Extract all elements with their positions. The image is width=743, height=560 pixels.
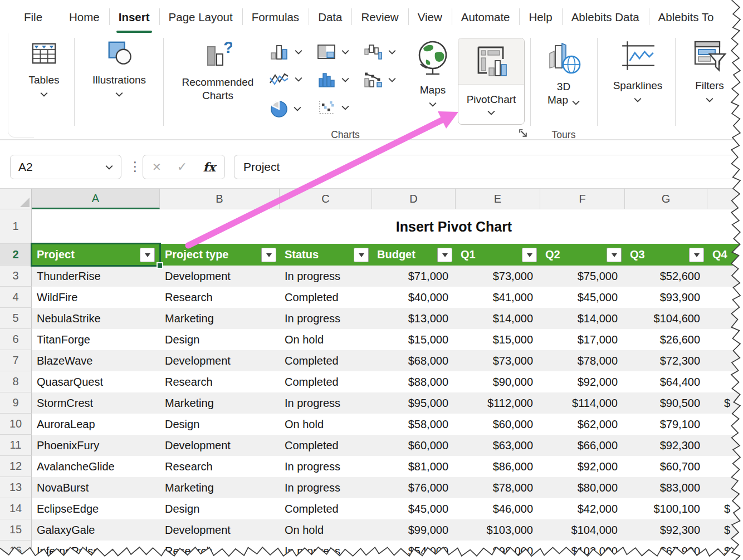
cell-B10[interactable]: Design: [160, 414, 280, 435]
table-header-cell-status[interactable]: Status: [280, 244, 372, 266]
column-header-h[interactable]: [707, 189, 743, 209]
insert-function-icon[interactable]: fx: [203, 160, 216, 174]
cell-A6[interactable]: TitanForge: [32, 329, 160, 350]
cell-C3[interactable]: In progress: [280, 266, 372, 287]
filter-dropdown-button[interactable]: [354, 248, 369, 262]
cell-B8[interactable]: Research: [160, 371, 280, 392]
formula-input[interactable]: Project: [234, 155, 743, 179]
ribbon-tab-page-layout[interactable]: Page Layout: [159, 0, 242, 35]
tables-button[interactable]: Tables: [13, 39, 75, 97]
cell-E12[interactable]: $86,000: [456, 456, 540, 477]
cell-E10[interactable]: $60,000: [456, 414, 540, 435]
cell-A7[interactable]: BlazeWave: [32, 350, 160, 371]
table-header-cell-q1[interactable]: Q1: [456, 244, 540, 266]
cell-F9[interactable]: $114,000: [540, 392, 625, 414]
table-header-cell-budget[interactable]: Budget: [372, 244, 456, 266]
cell-E4[interactable]: $41,000: [456, 287, 540, 308]
cell-C16[interactable]: In progress: [280, 541, 372, 560]
cell-E5[interactable]: $14,000: [456, 308, 540, 329]
cell-G13[interactable]: $83,000: [625, 477, 707, 498]
column-header-F[interactable]: F: [540, 189, 625, 209]
cell-G11[interactable]: $92,300: [625, 435, 707, 456]
row-header-4[interactable]: 4: [0, 287, 32, 308]
cell-C15[interactable]: On hold: [280, 519, 372, 541]
cell-H10[interactable]: [707, 414, 743, 435]
row-header-16[interactable]: 16: [0, 541, 32, 560]
cell-H5[interactable]: [707, 308, 743, 329]
formula-bar-grip-icon[interactable]: ⋮: [129, 159, 141, 174]
cell-F6[interactable]: $17,000: [540, 329, 625, 350]
cell-F5[interactable]: $14,000: [540, 308, 625, 329]
maps-button[interactable]: Maps: [409, 38, 456, 107]
row-header-14[interactable]: 14: [0, 498, 32, 519]
cell-D10[interactable]: $58,000: [372, 414, 456, 435]
cell-H11[interactable]: [707, 435, 743, 456]
ribbon-tab-home[interactable]: Home: [60, 0, 109, 35]
table-header-cell-project-type[interactable]: Project type: [160, 244, 280, 266]
cell-D8[interactable]: $88,000: [372, 371, 456, 392]
column-header-D[interactable]: D: [372, 189, 456, 209]
3d-map-button[interactable]: 3D Map: [535, 37, 593, 107]
cell-G6[interactable]: $26,600: [625, 329, 707, 350]
cell-A13[interactable]: NovaBurst: [32, 477, 160, 498]
cell-G16[interactable]: $67,900: [625, 541, 707, 560]
row-header-9[interactable]: 9: [0, 392, 32, 414]
cell-E15[interactable]: $103,000: [456, 519, 540, 541]
cell-A3[interactable]: ThunderRise: [32, 266, 160, 287]
cell-H9[interactable]: $: [707, 392, 743, 414]
cell-A14[interactable]: EclipseEdge: [32, 498, 160, 519]
cell-F12[interactable]: $92,000: [540, 456, 625, 477]
cell-D9[interactable]: $95,000: [372, 392, 456, 414]
cell-F16[interactable]: $102,000: [540, 541, 625, 560]
cell-H8[interactable]: [707, 371, 743, 392]
cell-F8[interactable]: $92,000: [540, 371, 625, 392]
cell-D13[interactable]: $76,000: [372, 477, 456, 498]
cell-H15[interactable]: $: [707, 519, 743, 541]
cell-G10[interactable]: $79,100: [625, 414, 707, 435]
row-header-13[interactable]: 13: [0, 477, 32, 498]
cell-E14[interactable]: $46,000: [456, 498, 540, 519]
cell-H7[interactable]: [707, 350, 743, 371]
row-header-1[interactable]: 1: [0, 209, 32, 244]
cell-D3[interactable]: $71,000: [372, 266, 456, 287]
cell-B12[interactable]: Research: [160, 456, 280, 477]
cell-E11[interactable]: $63,000: [456, 435, 540, 456]
cell-E8[interactable]: $90,000: [456, 371, 540, 392]
ribbon-tab-data[interactable]: Data: [309, 0, 351, 35]
cell-G8[interactable]: $64,400: [625, 371, 707, 392]
filters-button[interactable]: Filters: [681, 39, 739, 102]
row-header-6[interactable]: 6: [0, 329, 32, 350]
cell-D11[interactable]: $60,000: [372, 435, 456, 456]
select-all-corner[interactable]: [0, 189, 32, 209]
cell-G7[interactable]: $72,300: [625, 350, 707, 371]
cell-F4[interactable]: $45,000: [540, 287, 625, 308]
pie-chart-button[interactable]: [270, 99, 301, 118]
row-header-2[interactable]: 2: [0, 244, 32, 266]
cell-B15[interactable]: Development: [160, 519, 280, 541]
column-chart-button[interactable]: [270, 43, 302, 60]
cell-A4[interactable]: WildFire: [32, 287, 160, 308]
cell-C6[interactable]: On hold: [280, 329, 372, 350]
row-header-11[interactable]: 11: [0, 435, 32, 456]
hierarchy-chart-button[interactable]: [316, 43, 349, 60]
filter-dropdown-button[interactable]: [437, 248, 452, 262]
cell-A16[interactable]: InfernoPulse: [32, 541, 160, 560]
cell-A10[interactable]: AuroraLeap: [32, 414, 160, 435]
row-header-8[interactable]: 8: [0, 371, 32, 392]
ribbon-tab-file[interactable]: File: [14, 0, 52, 35]
row-header-3[interactable]: 3: [0, 266, 32, 287]
cell-B7[interactable]: Development: [160, 350, 280, 371]
cell-G3[interactable]: $52,600: [625, 266, 707, 287]
combo-chart-button[interactable]: [363, 71, 396, 88]
cell-E16[interactable]: $98,000: [456, 541, 540, 560]
row-header-7[interactable]: 7: [0, 350, 32, 371]
cell-A11[interactable]: PhoenixFury: [32, 435, 160, 456]
cell-F10[interactable]: $62,000: [540, 414, 625, 435]
column-header-B[interactable]: B: [160, 189, 280, 209]
cell-C7[interactable]: Completed: [280, 350, 372, 371]
filter-dropdown-button[interactable]: [689, 248, 704, 262]
table-header-cell-q2[interactable]: Q2: [540, 244, 625, 266]
ribbon-tab-insert[interactable]: Insert: [109, 0, 159, 35]
dialog-launcher-icon[interactable]: [518, 128, 529, 141]
ribbon-tab-automate[interactable]: Automate: [452, 0, 520, 35]
